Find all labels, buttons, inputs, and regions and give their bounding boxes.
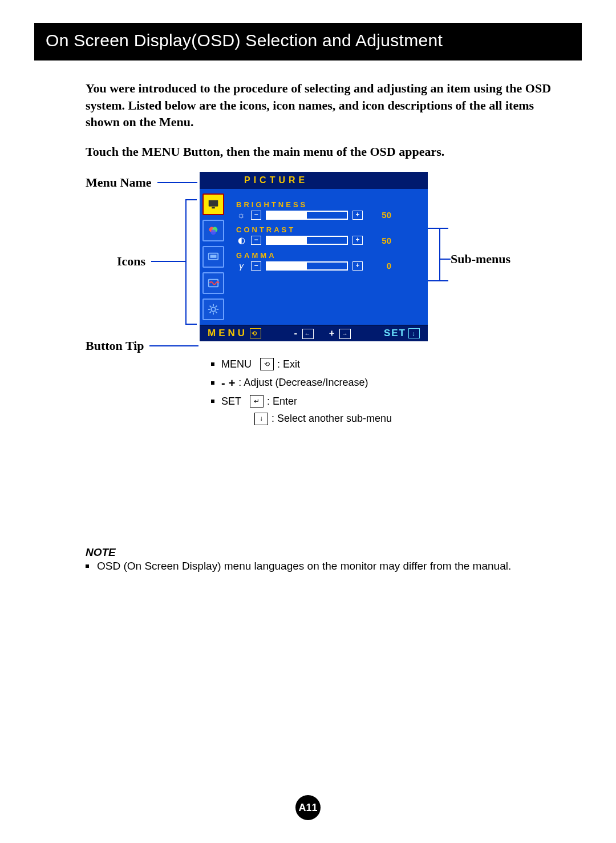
bullet-icon (211, 381, 214, 385)
legend-text: : Exit (277, 356, 300, 373)
legend-row: MENU ⟲ : Exit (211, 356, 392, 373)
legend-row: - + : Adjust (Decrease/Increase) (211, 373, 392, 393)
osd-menu-name: PICTURE (244, 175, 308, 185)
wave-glyph (207, 277, 220, 289)
screen-glyph (207, 251, 220, 263)
svg-line-15 (210, 312, 212, 313)
minus-box-icon[interactable]: − (251, 236, 261, 245)
plus-box-icon[interactable]: + (352, 261, 363, 271)
callout-line (428, 280, 448, 281)
footer-menu-label: MENU (208, 328, 248, 339)
screen-icon[interactable] (202, 246, 224, 268)
legend-text: : Adjust (Decrease/Increase) (238, 374, 368, 392)
rgb-icon[interactable] (202, 220, 224, 241)
minus-box-icon[interactable]: − (251, 211, 261, 220)
legend-prefix: SET (221, 393, 246, 410)
intro-paragraph: You were introduced to the procedure of … (86, 80, 553, 131)
callout-line (151, 261, 185, 262)
enter-key-icon: ↵ (250, 395, 264, 408)
label-icons: Icons (117, 254, 145, 269)
page-title-bar: On Screen Display(OSD) Selection and Adj… (34, 23, 582, 60)
minus-icon: - (221, 373, 225, 393)
osd-header: PICTURE (200, 172, 428, 189)
contrast-value: 50 (373, 236, 391, 245)
contrast-slider[interactable] (266, 236, 348, 245)
osd-footer: MENU ⟲ - ← + → SET ↓ (200, 325, 428, 341)
svg-line-13 (210, 306, 212, 308)
svg-rect-0 (209, 200, 218, 207)
left-key-icon: ← (302, 329, 314, 339)
bullet-icon (211, 400, 214, 403)
label-menu-name: Menu Name (86, 175, 151, 190)
return-key-icon: ⟲ (250, 328, 261, 338)
note-text: OSD (On Screen Display) menu languages o… (97, 560, 511, 572)
osd-diagram: Menu Name Icons Button Tip Sub-menus PIC… (86, 170, 587, 426)
down-key-icon: ↓ (254, 413, 268, 425)
wave-icon[interactable] (202, 272, 224, 294)
minus-box-icon[interactable]: − (251, 261, 261, 271)
note-block: NOTE OSD (On Screen Display) menu langua… (86, 546, 582, 572)
palette-glyph (207, 224, 220, 237)
page-number: A11 (298, 802, 317, 814)
note-heading: NOTE (86, 546, 582, 559)
footer-adjust: - ← + → (294, 328, 351, 339)
footer-plus: + (329, 328, 336, 338)
footer-menu: MENU ⟲ (208, 328, 261, 339)
brightness-slider[interactable] (266, 211, 348, 220)
picture-icon[interactable] (202, 193, 224, 215)
callout-line (428, 228, 448, 229)
gear-icon[interactable] (202, 299, 224, 320)
svg-rect-6 (210, 255, 217, 258)
svg-line-14 (216, 312, 217, 313)
note-row: OSD (On Screen Display) menu languages o… (86, 560, 582, 572)
return-key-icon: ⟲ (260, 358, 274, 370)
label-sub-menus: Sub-menus (451, 252, 510, 267)
svg-point-4 (210, 229, 216, 235)
brightness-value: 50 (373, 210, 391, 220)
plus-box-icon[interactable]: + (352, 236, 363, 245)
svg-line-16 (216, 306, 217, 308)
instruction-paragraph: Touch the MENU Button, then the main men… (86, 144, 582, 159)
legend-prefix: MENU (221, 356, 257, 373)
page-number-badge: A11 (295, 795, 321, 820)
footer-set-label: SET (384, 328, 406, 339)
callout-line (439, 259, 451, 260)
submenu-contrast: CONTRAST ◐ − + 50 (236, 225, 421, 245)
osd-sidebar (200, 189, 227, 325)
osd-body: BRIGHTNESS ☼ − + 50 CONTRAST ◐ (200, 189, 428, 325)
footer-minus: - (294, 328, 299, 338)
callout-line (149, 345, 198, 346)
submenu-row: γ − + 0 (236, 261, 421, 271)
manual-page: On Screen Display(OSD) Selection and Adj… (0, 0, 616, 843)
footer-set: SET ↓ (384, 328, 420, 339)
submenu-title: GAMMA (236, 251, 421, 260)
callout-line (157, 182, 197, 183)
svg-rect-1 (212, 207, 215, 209)
submenu-title: CONTRAST (236, 225, 421, 234)
bullet-icon (86, 564, 89, 568)
osd-window: PICTURE (200, 172, 428, 341)
legend-text: : Select another sub-menu (271, 410, 392, 427)
submenu-title: BRIGHTNESS (236, 200, 421, 209)
monitor-glyph (207, 198, 220, 211)
button-legend: MENU ⟲ : Exit - + : Adjust (Decrease/Inc… (211, 356, 392, 427)
legend-text: : Enter (267, 393, 297, 410)
callout-line (185, 199, 187, 325)
contrast-icon: ◐ (236, 235, 246, 245)
plus-box-icon[interactable]: + (352, 211, 363, 220)
submenu-gamma: GAMMA γ − + 0 (236, 251, 421, 271)
gamma-value: 0 (373, 261, 391, 271)
legend-row: SET ↵ : Enter (211, 393, 392, 410)
svg-point-8 (211, 307, 215, 311)
right-key-icon: → (339, 329, 351, 339)
callout-line (439, 228, 440, 281)
gamma-icon: γ (236, 261, 246, 271)
down-key-icon: ↓ (408, 328, 420, 338)
legend-row: ↓ : Select another sub-menu (211, 410, 392, 427)
submenu-brightness: BRIGHTNESS ☼ − + 50 (236, 200, 421, 220)
bullet-icon (211, 362, 214, 366)
submenu-row: ◐ − + 50 (236, 235, 421, 245)
gamma-slider[interactable] (266, 261, 348, 271)
plus-icon: + (229, 373, 236, 393)
callout-line (185, 324, 197, 325)
